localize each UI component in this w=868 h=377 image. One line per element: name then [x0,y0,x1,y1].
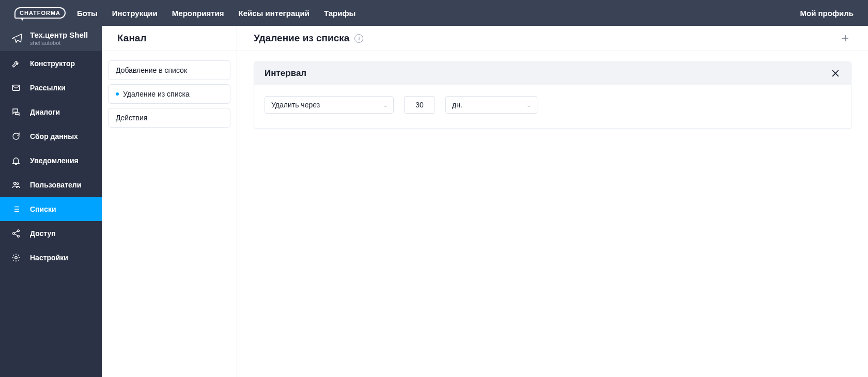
kanal-item-add[interactable]: Добавление в список [108,60,230,80]
brand-logo[interactable]: CHATFORMA [14,7,66,19]
topnav-bots[interactable]: Боты [77,9,98,18]
mode-select-value: Удалить через [271,101,320,109]
sidebar-item-notifications[interactable]: Уведомления [0,148,102,172]
sidebar-item-label: Пользователи [30,181,81,189]
kanal-item-label: Добавление в список [116,66,187,74]
top-nav: CHATFORMA Боты Инструкции Мероприятия Ке… [0,0,868,26]
unit-select[interactable]: дн. [445,96,537,114]
chevron-down-icon [526,102,532,107]
sidebar-item-access[interactable]: Доступ [0,221,102,245]
kanal-title: Канал [117,33,147,44]
refresh-icon [11,132,21,141]
kanal-column: Канал Добавление в список Удаление из сп… [102,26,237,377]
sidebar-item-label: Диалоги [30,108,60,116]
topnav-events[interactable]: Мероприятия [172,9,224,18]
page-title: Удаление из списка i [254,33,363,44]
amount-input[interactable] [404,96,435,114]
sidebar-item-lists[interactable]: Списки [0,197,102,221]
sidebar-item-label: Рассылки [30,84,66,92]
telegram-icon [11,33,23,44]
topnav-tariffs[interactable]: Тарифы [324,9,355,18]
sidebar-item-label: Сбор данных [30,132,78,140]
bell-icon [11,156,21,165]
sidebar-item-label: Доступ [30,229,56,238]
topnav-profile[interactable]: Мой профиль [800,9,854,18]
main-header: Удаление из списка i [237,26,868,51]
mode-select[interactable]: Удалить через [265,96,394,114]
kanal-item-label: Удаление из списка [123,90,190,98]
sidebar-item-dialogs[interactable]: Диалоги [0,100,102,124]
wrench-icon [11,59,21,68]
sidebar: Тех.центр Shell shellautobot Конструктор… [0,26,102,377]
sidebar-item-label: Списки [30,205,56,213]
page-title-text: Удаление из списка [254,33,349,44]
share-icon [11,229,21,238]
sidebar-item-constructor[interactable]: Конструктор [0,51,102,75]
sidebar-item-label: Настройки [30,254,68,262]
svg-point-1 [14,182,17,184]
bot-title: Тех.центр Shell [30,31,88,40]
users-icon [11,180,21,190]
sidebar-item-users[interactable]: Пользователи [0,172,102,197]
kanal-header: Канал [102,26,237,51]
svg-point-2 [17,182,19,184]
kanal-item-actions[interactable]: Действия [108,108,230,128]
interval-card-title: Интервал [265,68,306,78]
interval-card: Интервал Удалить через дн. [254,61,851,129]
sidebar-item-label: Конструктор [30,59,75,68]
unit-select-value: дн. [452,101,462,109]
sidebar-item-broadcasts[interactable]: Рассылки [0,75,102,100]
chat-icon [11,107,21,117]
svg-point-6 [15,256,18,259]
topnav-instructions[interactable]: Инструкции [112,9,158,18]
kanal-item-remove[interactable]: Удаление из списка [108,84,230,104]
close-button[interactable] [830,68,841,78]
sidebar-item-data[interactable]: Сбор данных [0,124,102,148]
gear-icon [11,253,21,262]
chevron-down-icon [383,102,388,107]
sidebar-item-label: Уведомления [30,156,79,165]
active-dot-icon [116,92,119,96]
top-nav-menu: Боты Инструкции Мероприятия Кейсы интегр… [77,9,355,18]
bot-selector[interactable]: Тех.центр Shell shellautobot [0,26,102,51]
kanal-item-label: Действия [116,114,147,122]
add-button[interactable] [839,32,851,44]
envelope-icon [11,83,21,92]
topnav-cases[interactable]: Кейсы интеграций [239,9,309,18]
main-panel: Удаление из списка i Интервал У [237,26,868,377]
interval-card-header: Интервал [254,62,851,85]
list-icon [11,205,21,214]
sidebar-item-settings[interactable]: Настройки [0,245,102,270]
bot-subtitle: shellautobot [30,40,88,46]
info-icon[interactable]: i [354,34,363,43]
